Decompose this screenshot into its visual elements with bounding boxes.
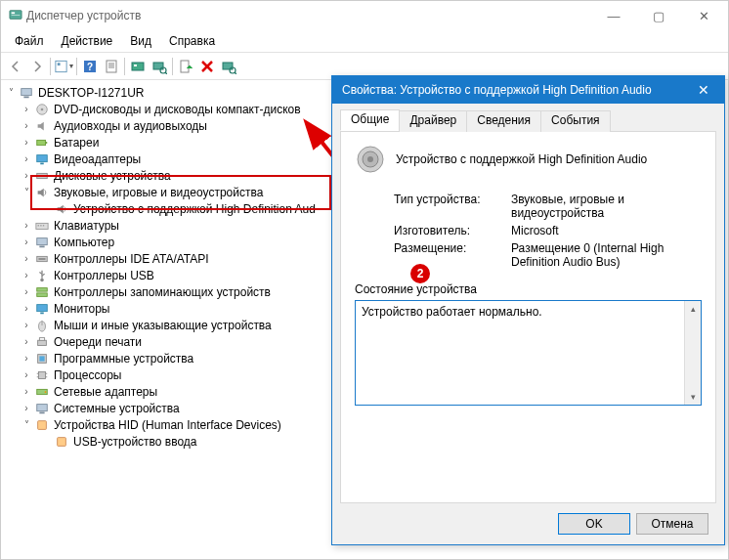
caret-icon[interactable]: › <box>21 403 32 413</box>
caret-icon[interactable]: › <box>21 270 32 280</box>
svg-rect-37 <box>39 245 44 247</box>
tree-item-label: DVD-дисководы и дисководы компакт-дисков <box>52 103 301 116</box>
prop-manufacturer-key: Изготовитель: <box>394 224 511 237</box>
caret-spacer <box>40 203 52 214</box>
usb-controller-icon <box>34 268 50 283</box>
tree-item-label: Клавиатуры <box>52 219 119 233</box>
tree-item-label: Мониторы <box>52 302 109 316</box>
toolbar-refresh-button[interactable] <box>218 56 239 77</box>
caret-icon[interactable]: › <box>21 104 32 114</box>
caret-icon[interactable]: › <box>21 369 32 380</box>
audio-io-icon <box>34 118 50 134</box>
caret-icon[interactable]: › <box>21 120 32 131</box>
caret-icon[interactable]: › <box>21 220 32 231</box>
toolbar-update-button[interactable] <box>127 56 149 77</box>
window-titlebar: Диспетчер устройств — ▢ ✕ <box>1 1 728 30</box>
disc-drive-icon <box>34 102 50 117</box>
window-close-button[interactable]: ✕ <box>681 1 726 30</box>
window-maximize-button[interactable]: ▢ <box>636 1 681 30</box>
prop-manufacturer-value: Microsoft <box>511 224 702 237</box>
dialog-titlebar[interactable]: Свойства: Устройство с поддержкой High D… <box>332 76 724 104</box>
toolbar-separator <box>172 58 173 75</box>
svg-rect-7 <box>107 61 116 72</box>
menu-help[interactable]: Справка <box>161 32 223 50</box>
caret-spacer <box>40 436 52 447</box>
tree-item-label: Контроллеры запоминающих устройств <box>52 285 271 299</box>
tree-item-label: Контроллеры IDE ATA/ATAPI <box>52 252 209 266</box>
svg-rect-3 <box>56 61 66 71</box>
hid-icon <box>54 434 69 450</box>
svg-point-31 <box>45 175 47 177</box>
menu-file[interactable]: Файл <box>7 32 52 50</box>
svg-rect-36 <box>37 237 48 244</box>
disk-drive-icon <box>34 168 50 184</box>
ide-controller-icon <box>34 251 50 267</box>
tree-root-label: DESKTOP-I1271UR <box>36 86 145 100</box>
caret-icon[interactable]: › <box>21 253 32 264</box>
toolbar-up-button[interactable]: ▾ <box>53 56 74 77</box>
caret-icon[interactable]: › <box>21 237 32 247</box>
network-adapter-icon <box>34 384 50 400</box>
svg-text:?: ? <box>87 62 93 72</box>
svg-point-65 <box>367 156 373 162</box>
speaker-icon <box>54 201 69 217</box>
toolbar-back-button[interactable] <box>5 56 26 77</box>
caret-icon[interactable]: › <box>21 137 32 148</box>
scrollbar-down-button[interactable]: ▾ <box>685 389 701 405</box>
svg-rect-12 <box>134 65 137 66</box>
print-queue-icon <box>34 334 50 350</box>
toolbar-properties-button[interactable] <box>101 56 122 77</box>
svg-rect-33 <box>38 225 39 226</box>
device-status-textbox[interactable]: Устройство работает нормально. ▴ ▾ <box>355 300 702 406</box>
dialog-title-text: Свойства: Устройство с поддержкой High D… <box>342 83 689 97</box>
scrollbar-up-button[interactable]: ▴ <box>685 301 701 317</box>
caret-icon[interactable]: › <box>21 153 32 164</box>
toolbar-uninstall-button[interactable] <box>196 56 218 77</box>
toolbar-scan-button[interactable] <box>149 56 170 77</box>
caret-icon[interactable]: › <box>21 386 32 397</box>
window-minimize-button[interactable]: — <box>591 1 636 30</box>
caret-icon[interactable]: › <box>21 320 32 330</box>
caret-icon[interactable]: › <box>21 303 32 314</box>
ok-button[interactable]: OK <box>558 513 630 535</box>
prop-location-value: Размещение 0 (Internal High Definition A… <box>511 241 702 269</box>
monitor-icon <box>34 301 50 317</box>
prop-type-key: Тип устройства: <box>394 193 511 220</box>
svg-rect-4 <box>58 63 61 65</box>
toolbar-separator <box>76 58 77 75</box>
caret-icon[interactable]: › <box>21 336 32 347</box>
svg-point-40 <box>40 278 44 281</box>
menu-action[interactable]: Действие <box>54 32 121 50</box>
window-title: Диспетчер устройств <box>22 9 591 22</box>
svg-rect-42 <box>37 287 48 291</box>
toolbar-separator <box>50 58 51 75</box>
tab-details[interactable]: Сведения <box>466 110 541 132</box>
caret-icon[interactable]: ˅ <box>21 187 32 197</box>
toolbar-help-button[interactable]: ? <box>79 56 101 77</box>
cancel-button[interactable]: Отмена <box>636 513 708 535</box>
device-large-icon <box>355 144 386 175</box>
tab-general[interactable]: Общие <box>340 109 400 131</box>
software-device-icon <box>34 351 50 366</box>
tab-driver[interactable]: Драйвер <box>399 110 467 132</box>
caret-icon[interactable]: ˅ <box>21 419 32 430</box>
svg-rect-62 <box>58 437 66 446</box>
caret-icon[interactable]: › <box>21 286 32 297</box>
menubar: Файл Действие Вид Справка <box>1 30 728 52</box>
svg-rect-49 <box>39 337 44 340</box>
tree-item-label: Устройства HID (Human Interface Devices) <box>52 418 281 432</box>
caret-icon[interactable]: ˅ <box>5 87 17 98</box>
svg-rect-61 <box>38 420 47 429</box>
svg-rect-1 <box>12 12 16 14</box>
svg-rect-2 <box>12 15 21 16</box>
tree-item-label: Сетевые адаптеры <box>52 385 157 399</box>
caret-icon[interactable]: › <box>21 170 32 181</box>
svg-rect-27 <box>46 142 48 144</box>
caret-icon[interactable]: › <box>21 353 32 364</box>
dialog-close-button[interactable]: ✕ <box>689 76 718 104</box>
svg-rect-23 <box>23 96 28 98</box>
tab-events[interactable]: События <box>540 110 611 132</box>
toolbar-enable-button[interactable] <box>175 56 196 77</box>
toolbar-forward-button[interactable] <box>26 56 48 77</box>
menu-view[interactable]: Вид <box>122 32 159 50</box>
